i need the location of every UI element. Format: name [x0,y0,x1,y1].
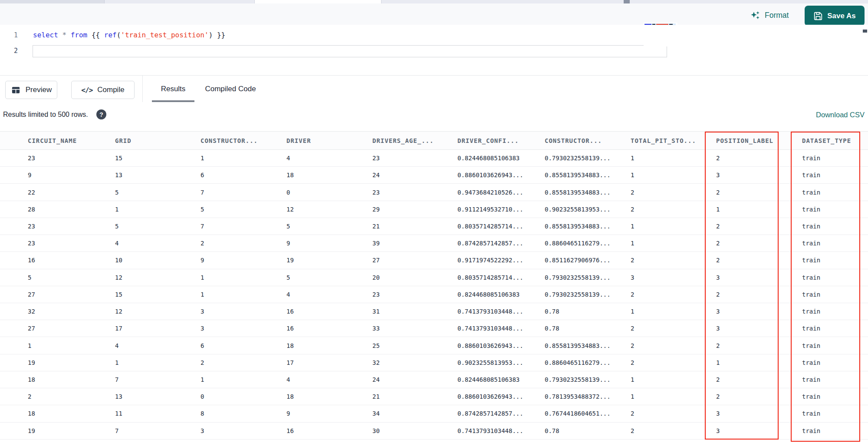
table-cell: 23 [0,150,115,166]
download-csv-link[interactable]: Download CSV [816,111,865,119]
table-cell: 0.824468085106383 [457,371,545,388]
code-slash-icon: </> [81,86,92,94]
table-cell: 13 [115,388,201,405]
table-cell: 0.7930232558139... [545,286,631,303]
table-cell: 12 [115,269,201,286]
table-cell: 0.9023255813953... [457,354,545,371]
table-cell: 2 [716,286,802,303]
format-button[interactable]: Format [750,9,789,22]
table-row: 18714240.8244680851063830.7930232558139.… [0,371,868,388]
table-cell: 1 [716,201,802,218]
table-cell: 33 [372,320,457,337]
table-cell: 2 [201,354,286,371]
code-token: ref [104,31,117,39]
table-cell: 11 [115,405,201,422]
code-token: * [62,31,66,39]
table-cell: 18 [286,388,372,405]
table-cell: 23 [372,150,457,166]
save-as-button[interactable]: Save As [805,6,865,26]
table-cell: train [802,150,868,166]
table-cell: 7 [115,423,201,439]
column-header: DRIVER_CONFI... [457,132,545,149]
table-cell: 2 [716,371,802,388]
table-cell: 0.78 [545,320,631,337]
code-token [58,31,62,39]
table-cell: 2 [631,286,716,303]
table-cell: 16 [286,303,372,320]
preview-button[interactable]: Preview [5,81,57,99]
table-row: 181189340.8742857142857...0.767441860465… [0,405,868,422]
table-cell: 20 [372,269,457,286]
table-cell: 0.7413793103448... [457,303,545,320]
table-cell: 19 [0,354,115,371]
table-cell: train [802,252,868,268]
table-row: 197316300.7413793103448...0.7823train [0,423,868,440]
table-cell: train [802,201,868,218]
table-cell: 6 [201,337,286,354]
table-cell: 27 [372,252,457,268]
table-cell: 4 [286,286,372,303]
table-cell: 19 [0,423,115,439]
editor-scrollbar[interactable] [863,30,867,33]
column-header: CONSTRUCTOR... [201,132,286,149]
tab-results[interactable]: Results [152,76,194,102]
table-cell: 4 [286,371,372,388]
tab-compiled-code-label: Compiled Code [205,85,256,93]
active-line-box[interactable] [33,45,667,57]
table-row: 281512290.9112149532710...0.902325581395… [0,201,868,218]
table-cell: 13 [115,167,201,183]
table-cell: 3 [716,423,802,439]
question-mark-icon[interactable]: ? [96,109,106,119]
tab-compiled-code[interactable]: Compiled Code [199,76,262,102]
table-cell: 15 [115,150,201,166]
table-cell: 0.9112149532710... [457,201,545,218]
table-grid-icon [11,85,21,95]
tab-strip-marker [624,0,630,3]
table-cell: 2 [631,405,716,422]
compile-label: Compile [97,86,124,94]
table-cell: 27 [0,286,115,303]
table-cell: train [802,371,868,388]
table-cell: train [802,235,868,251]
table-cell: train [802,167,868,183]
table-cell: 39 [372,235,457,251]
table-cell: 24 [372,167,457,183]
table-cell: 12 [115,303,201,320]
table-cell: 2 [716,184,802,200]
table-cell: 5 [286,218,372,235]
table-cell: 10 [115,252,201,268]
table-row: 23575210.8035714285714...0.8558139534883… [0,218,868,235]
table-cell: 1 [201,150,286,166]
code-token: from [71,31,88,39]
table-cell: 23 [372,286,457,303]
table-cell: 16 [286,320,372,337]
sql-editor[interactable]: 1 2 select * from {{ ref('train_test_pos… [0,25,868,75]
table-cell: 28 [0,201,115,218]
table-cell: 0.8558139534883... [545,218,631,235]
table-cell: 3 [201,423,286,439]
table-row: 191217320.9023255813953...0.886046511627… [0,354,868,371]
table-cell: train [802,423,868,439]
table-cell: 5 [201,201,286,218]
table-cell: 0.824468085106383 [457,150,545,166]
results-table-body: 231514230.8244680851063830.7930232558139… [0,150,868,440]
editor-minimap[interactable] [644,23,677,46]
table-cell: 12 [286,201,372,218]
row-limit-text: Results limited to 500 rows. [3,111,88,119]
table-cell: 0.8860103626943... [457,388,545,405]
table-cell: 21 [372,388,457,405]
table-cell: 2 [631,184,716,200]
table-cell: 0.7930232558139... [545,150,631,166]
table-cell: 18 [0,371,115,388]
dbt-ide-screen: Format Save As 1 2 select * from {{ ref(… [0,0,868,443]
table-cell: 31 [372,303,457,320]
inactive-file-tab[interactable] [0,0,105,3]
table-cell: 0.8511627906976... [545,252,631,268]
active-file-tab[interactable] [254,0,381,3]
results-info-row: Results limited to 500 rows. ? Download … [0,102,868,131]
table-cell: 32 [372,354,457,371]
table-cell: 2 [716,150,802,166]
compile-button[interactable]: </> Compile [71,81,135,99]
table-cell: 6 [201,167,286,183]
table-cell: 17 [286,354,372,371]
